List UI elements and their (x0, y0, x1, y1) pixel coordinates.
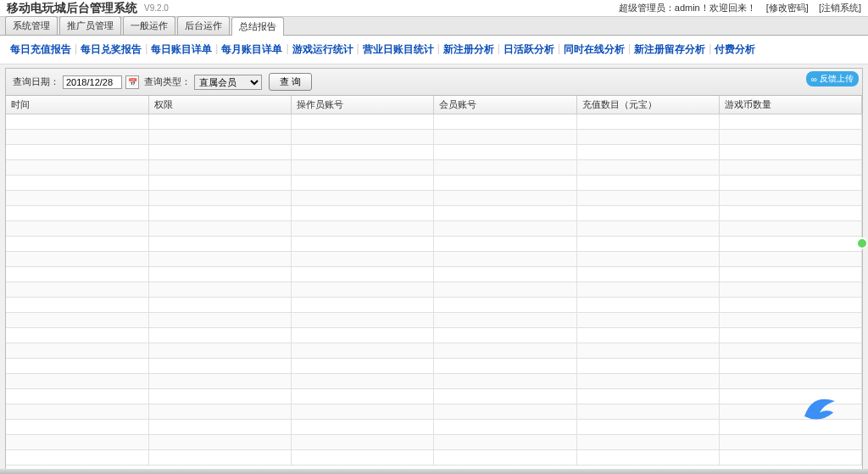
table-cell (434, 298, 576, 313)
date-input[interactable] (63, 75, 122, 89)
table-row[interactable] (6, 282, 862, 298)
table-row[interactable] (6, 343, 862, 359)
column-header[interactable]: 权限 (148, 96, 291, 114)
table-row[interactable] (6, 435, 862, 450)
table-cell (6, 313, 148, 328)
table-row[interactable] (6, 130, 862, 145)
table-row[interactable] (6, 145, 862, 160)
column-header[interactable]: 会员账号 (434, 96, 576, 114)
table-cell (292, 435, 434, 450)
type-select[interactable]: 直属会员 (194, 75, 262, 90)
table-cell (292, 176, 434, 191)
sub-nav-link[interactable]: 新注册留存分析 (634, 42, 705, 57)
table-row[interactable] (6, 237, 862, 252)
table-row[interactable] (6, 313, 862, 328)
app-title: 移动电玩城后台管理系统 (7, 1, 137, 16)
table-cell (6, 237, 148, 252)
table-cell (6, 343, 148, 359)
sub-nav-link[interactable]: 游戏运行统计 (292, 42, 353, 57)
table-row[interactable] (6, 359, 862, 374)
table-row[interactable] (6, 252, 862, 267)
table-cell (576, 420, 719, 435)
table-cell (148, 114, 291, 130)
table-cell (148, 176, 291, 191)
sub-nav-link[interactable]: 每日充值报告 (10, 42, 71, 57)
sub-nav-link[interactable]: 营业日账目统计 (363, 42, 434, 57)
upload-badge[interactable]: 反馈上传 (806, 71, 859, 86)
table-row[interactable] (6, 206, 862, 221)
table-cell (148, 435, 291, 450)
table-cell (434, 374, 576, 389)
table-cell (719, 206, 861, 221)
table-cell (292, 267, 434, 282)
calendar-icon[interactable]: 📅 (125, 75, 139, 89)
table-cell (719, 160, 861, 176)
table-row[interactable] (6, 221, 862, 237)
table-cell (434, 206, 576, 221)
sub-nav-link[interactable]: 每日兑奖报告 (81, 42, 142, 57)
table-row[interactable] (6, 160, 862, 176)
main-tab[interactable]: 一般运作 (123, 16, 175, 35)
table-cell (148, 343, 291, 359)
table-cell (434, 145, 576, 160)
table-body (6, 114, 862, 466)
table-cell (719, 114, 861, 130)
table-cell (434, 450, 576, 466)
header-bar: 移动电玩城后台管理系统 V9.2.0 超级管理员：admin！欢迎回来！ [修改… (0, 0, 868, 17)
table-row[interactable] (6, 404, 862, 420)
table-cell (292, 252, 434, 267)
table-cell (292, 114, 434, 130)
logout-link[interactable]: [注销系统] (819, 2, 861, 14)
column-header[interactable]: 游戏币数量 (719, 96, 861, 114)
table-cell (6, 145, 148, 160)
table-cell (6, 328, 148, 343)
main-tab[interactable]: 推广员管理 (59, 16, 121, 35)
main-tab[interactable]: 系统管理 (5, 16, 58, 35)
table-row[interactable] (6, 420, 862, 435)
table-cell (576, 221, 719, 237)
table-cell (292, 206, 434, 221)
table-cell (576, 374, 719, 389)
column-header[interactable]: 充值数目（元宝） (576, 96, 719, 114)
main-tab[interactable]: 总结报告 (231, 17, 284, 36)
table-row[interactable] (6, 114, 862, 130)
table-cell (434, 252, 576, 267)
sub-nav-link[interactable]: 每月账目详单 (221, 42, 282, 57)
table-row[interactable] (6, 298, 862, 313)
table-cell (6, 191, 148, 206)
date-label: 查询日期： (13, 75, 59, 88)
table-cell (434, 221, 576, 237)
table-cell (719, 145, 861, 160)
table-row[interactable] (6, 450, 862, 466)
table-cell (148, 267, 291, 282)
sub-nav-link[interactable]: 付费分析 (715, 42, 755, 57)
table-cell (434, 328, 576, 343)
table-cell (434, 114, 576, 130)
table-cell (719, 176, 861, 191)
header-right: 超级管理员：admin！欢迎回来！ [修改密码] [注销系统] (619, 2, 861, 14)
table-row[interactable] (6, 374, 862, 389)
main-tab[interactable]: 后台运作 (177, 16, 230, 35)
table-row[interactable] (6, 389, 862, 404)
column-header[interactable]: 时间 (6, 96, 148, 114)
column-header[interactable]: 操作员账号 (292, 96, 434, 114)
table-row[interactable] (6, 191, 862, 206)
sub-nav-link[interactable]: 同时在线分析 (564, 42, 625, 57)
table-cell (576, 298, 719, 313)
change-password-link[interactable]: [修改密码] (766, 2, 809, 14)
type-label: 查询类型： (144, 75, 191, 88)
sub-nav-link[interactable]: 日活跃分析 (504, 42, 554, 57)
table-cell (576, 313, 719, 328)
table-container[interactable]: 时间权限操作员账号会员账号充值数目（元宝）游戏币数量 (5, 96, 863, 473)
table-row[interactable] (6, 267, 862, 282)
table-cell (434, 267, 576, 282)
table-cell (148, 130, 291, 145)
sub-nav-link[interactable]: 每日账目详单 (151, 42, 212, 57)
sub-nav-link[interactable]: 新注册分析 (443, 42, 494, 57)
table-row[interactable] (6, 176, 862, 191)
table-cell (434, 191, 576, 206)
table-row[interactable] (6, 328, 862, 343)
table-cell (148, 374, 291, 389)
table-cell (6, 252, 148, 267)
query-button[interactable]: 查 询 (269, 73, 312, 91)
